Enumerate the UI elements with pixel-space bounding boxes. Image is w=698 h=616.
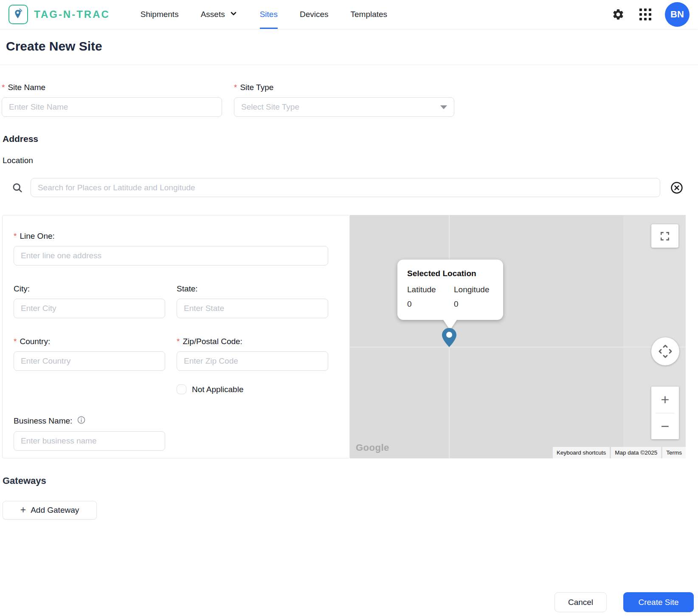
tooltip-title: Selected Location	[407, 269, 503, 278]
required-marker: *	[177, 337, 180, 346]
map-data-label: Map data ©2025	[611, 447, 661, 458]
label-text: Country:	[20, 337, 50, 346]
line-one-label: * Line One:	[14, 232, 338, 241]
site-name-input[interactable]	[2, 97, 222, 117]
business-name-input[interactable]	[14, 431, 165, 451]
label-text: Business Name:	[14, 416, 72, 426]
latitude-label: Latitude	[407, 285, 454, 294]
nav-label: Templates	[351, 10, 388, 19]
address-form-card: * Line One: City: State:	[2, 215, 350, 458]
user-avatar[interactable]: BN	[665, 2, 690, 27]
zip-input[interactable]	[177, 351, 328, 371]
site-type-select[interactable]: Select Site Type	[234, 97, 454, 117]
country-group: * Country:	[14, 337, 165, 394]
top-navbar: TAG-N-TRAC Shipments Assets Sites Device…	[0, 0, 698, 29]
footer-actions: Cancel Create Site	[554, 592, 694, 612]
page-header: Create New Site	[0, 29, 698, 65]
required-marker: *	[2, 83, 5, 92]
location-search-input[interactable]	[31, 178, 660, 197]
page-title: Create New Site	[6, 39, 692, 54]
nav-item-devices[interactable]: Devices	[289, 0, 340, 29]
address-section-heading: Address	[3, 134, 698, 144]
create-site-button[interactable]: Create Site	[623, 592, 694, 612]
nav-label: Sites	[260, 10, 278, 19]
zoom-in-button[interactable]: +	[651, 387, 679, 413]
location-label: Location	[3, 156, 698, 165]
settings-gear-icon[interactable]	[611, 7, 626, 22]
keyboard-shortcuts-link[interactable]: Keyboard shortcuts	[553, 447, 610, 458]
nav-label: Shipments	[141, 10, 179, 19]
label-text: State:	[177, 284, 198, 294]
main-nav: Shipments Assets Sites Devices Templates	[129, 0, 398, 29]
add-gateway-label: Add Gateway	[31, 506, 79, 515]
selected-location-tooltip: Selected Location Latitude Longitude 0 0	[397, 260, 503, 320]
country-input[interactable]	[14, 351, 165, 371]
city-input[interactable]	[14, 299, 165, 318]
business-name-label-row: Business Name:	[14, 415, 338, 426]
nav-label: Assets	[201, 10, 225, 19]
brand-logo[interactable]	[8, 5, 28, 24]
business-name-label: Business Name:	[14, 416, 72, 426]
map-attribution: Keyboard shortcuts Map data ©2025 Terms	[553, 447, 686, 458]
city-state-row: City: State:	[14, 284, 338, 318]
select-placeholder: Select Site Type	[241, 102, 299, 112]
zoom-control: + −	[651, 387, 679, 439]
search-icon[interactable]	[11, 181, 24, 195]
tooltip-grid: Latitude Longitude 0 0	[407, 285, 503, 309]
address-map-row: * Line One: City: State:	[0, 215, 698, 458]
city-group: City:	[14, 284, 165, 318]
apps-grid-icon[interactable]	[638, 7, 653, 22]
city-label: City:	[14, 284, 165, 294]
required-marker: *	[14, 337, 17, 346]
line-one-input[interactable]	[14, 246, 328, 266]
dropdown-caret-icon	[440, 105, 447, 109]
site-type-label: * Site Type	[234, 83, 454, 92]
map-gridline-horizontal	[350, 347, 686, 348]
not-applicable-label: Not Applicable	[192, 385, 243, 394]
create-site-page: TAG-N-TRAC Shipments Assets Sites Device…	[0, 0, 698, 616]
nav-item-assets[interactable]: Assets	[190, 0, 249, 29]
nav-item-sites[interactable]: Sites	[249, 0, 289, 29]
clear-search-icon[interactable]	[670, 181, 684, 195]
plus-icon: +	[20, 505, 26, 515]
nav-item-shipments[interactable]: Shipments	[129, 0, 190, 29]
map-marker-pin[interactable]	[441, 328, 458, 349]
state-label: State:	[177, 284, 328, 294]
nav-item-templates[interactable]: Templates	[340, 0, 399, 29]
chevron-down-icon	[229, 9, 238, 20]
terms-link[interactable]: Terms	[662, 447, 686, 458]
country-label: * Country:	[14, 337, 165, 346]
required-marker: *	[234, 83, 237, 92]
map-pin-logo-icon	[12, 8, 24, 21]
label-text: Site Name	[8, 83, 45, 92]
label-text: Site Type	[240, 83, 273, 92]
longitude-label: Longitude	[454, 285, 503, 294]
not-applicable-checkbox[interactable]	[177, 384, 186, 394]
label-text: Line One:	[20, 232, 54, 241]
fullscreen-button[interactable]	[651, 224, 678, 248]
location-search-row	[0, 178, 698, 197]
label-text: City:	[14, 284, 30, 294]
zip-label: * Zip/Postal Code:	[177, 337, 328, 346]
nav-label: Devices	[300, 10, 329, 19]
site-name-label: * Site Name	[2, 83, 222, 92]
avatar-initials: BN	[670, 9, 684, 20]
zip-group: * Zip/Postal Code: Not Applicable	[177, 337, 328, 394]
add-gateway-button[interactable]: + Add Gateway	[3, 501, 97, 520]
longitude-value: 0	[454, 300, 503, 309]
site-type-group: * Site Type Select Site Type	[234, 83, 454, 117]
label-text: Zip/Postal Code:	[183, 337, 242, 346]
state-input[interactable]	[177, 299, 328, 318]
map-canvas[interactable]: Selected Location Latitude Longitude 0 0	[350, 215, 686, 458]
state-group: State:	[177, 284, 328, 318]
cancel-button[interactable]: Cancel	[554, 592, 607, 612]
site-name-group: * Site Name	[2, 83, 222, 117]
info-icon[interactable]	[77, 415, 86, 426]
google-logo[interactable]: Google	[356, 442, 389, 453]
pan-control-button[interactable]	[651, 337, 679, 365]
gateways-heading: Gateways	[3, 475, 698, 486]
zoom-out-button[interactable]: −	[651, 413, 679, 440]
brand-name: TAG-N-TRAC	[34, 8, 110, 20]
latitude-value: 0	[407, 300, 454, 309]
not-applicable-row: Not Applicable	[177, 384, 328, 394]
